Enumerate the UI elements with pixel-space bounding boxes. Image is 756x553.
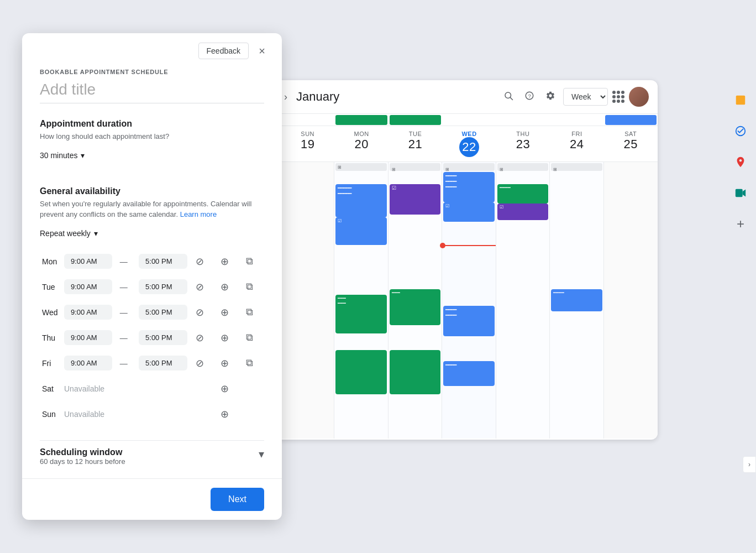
learn-more-link[interactable]: Learn more: [180, 210, 217, 218]
repeat-select-button[interactable]: Repeat weekly ▾: [40, 229, 98, 238]
copy-thu-button[interactable]: ⧉: [242, 330, 258, 346]
day-header-sun: SUN 19: [281, 126, 334, 161]
event-fri-1[interactable]: ━━━━: [551, 289, 602, 311]
right-sidebar: +: [725, 80, 756, 440]
event-tue-1[interactable]: ☑: [390, 184, 440, 215]
help-button[interactable]: ?: [521, 87, 538, 107]
add-slot-mon-button[interactable]: ⊕: [217, 253, 233, 270]
event-mon-1[interactable]: ━━━━━ ━━━━━: [335, 184, 386, 217]
repeat-value: Repeat weekly: [40, 229, 91, 238]
sidebar-maps-icon[interactable]: [729, 151, 752, 173]
all-day-bar: [254, 114, 658, 126]
search-button[interactable]: [500, 87, 517, 107]
sidebar-add-icon[interactable]: +: [729, 213, 752, 235]
day-header-wed: WED 22: [442, 126, 496, 161]
svg-text:?: ?: [528, 92, 531, 98]
day-col-sat[interactable]: [604, 162, 658, 439]
day-label-tue: Tue: [40, 274, 62, 300]
close-button[interactable]: ×: [253, 42, 271, 60]
all-day-event-tue[interactable]: [390, 115, 441, 125]
add-slot-tue-button[interactable]: ⊕: [217, 279, 233, 295]
availability-desc: Set when you're regularly available for …: [40, 199, 264, 220]
start-time-thu[interactable]: 9:00 AM: [64, 330, 112, 345]
add-slot-fri-button[interactable]: ⊕: [217, 355, 233, 372]
day-label-wed: Wed: [40, 300, 62, 325]
sidebar-meet-icon[interactable]: [729, 182, 752, 204]
unavailable-thu-button[interactable]: ⊘: [192, 330, 208, 346]
event-thu-1[interactable]: ━━━━: [497, 184, 548, 204]
svg-rect-6: [736, 189, 743, 197]
event-mon-2[interactable]: ☑: [335, 217, 386, 245]
end-time-tue[interactable]: 5:00 PM: [139, 279, 187, 294]
event-tue-2[interactable]: ━━━: [390, 289, 440, 325]
copy-fri-button[interactable]: ⧉: [242, 355, 258, 372]
event-thu-2[interactable]: ☑: [497, 204, 548, 220]
scheduling-window-chevron[interactable]: ▾: [259, 447, 264, 461]
apps-grid-icon[interactable]: [612, 91, 624, 103]
end-time-thu[interactable]: 5:00 PM: [139, 330, 187, 345]
unavailable-mon-button[interactable]: ⊘: [192, 253, 208, 270]
unavailable-fri-button[interactable]: ⊘: [192, 355, 208, 372]
copy-mon-button[interactable]: ⧉: [242, 253, 258, 270]
start-time-wed[interactable]: 9:00 AM: [64, 305, 112, 320]
next-button[interactable]: Next: [211, 488, 264, 511]
event-mon-3[interactable]: ━━━ ━━━: [335, 295, 386, 333]
end-time-wed[interactable]: 5:00 PM: [139, 305, 187, 320]
start-time-mon[interactable]: 9:00 AM: [64, 254, 112, 269]
user-avatar[interactable]: [629, 87, 649, 107]
sat-unavailable-label: Unavailable: [64, 384, 104, 393]
end-time-fri[interactable]: 5:00 PM: [139, 356, 187, 371]
days-header: SUN 19 MON 20 TUE 21 WED 22 THU 23 FRI 2…: [254, 126, 658, 162]
day-col-mon[interactable]: ⊞ ━━━━━ ━━━━━ ☑ ━━━ ━━━: [334, 162, 388, 439]
title-input[interactable]: [40, 79, 264, 103]
feedback-button[interactable]: Feedback: [198, 43, 249, 59]
all-day-event-sat[interactable]: [605, 115, 657, 125]
availability-row-sat: Sat Unavailable ⊕: [40, 376, 264, 401]
all-day-event-mon[interactable]: [335, 115, 387, 125]
sidebar-tasks-icon[interactable]: [729, 89, 752, 111]
day-header-sat: SAT 25: [604, 126, 658, 161]
event-mon-4[interactable]: [335, 350, 386, 394]
event-wed-3[interactable]: ━━━━ ━━━━: [443, 306, 494, 336]
day-label-sun: Sun: [40, 401, 62, 427]
sidebar-todo-icon[interactable]: [729, 120, 752, 142]
booking-indicator-thu: ⊞: [497, 163, 548, 171]
day-col-fri[interactable]: ⊞ ━━━━: [550, 162, 603, 439]
event-wed-2[interactable]: ☑: [443, 202, 494, 222]
unavailable-tue-button[interactable]: ⊘: [192, 279, 208, 295]
add-slot-sat-button[interactable]: ⊕: [217, 380, 233, 397]
section-label: BOOKABLE APPOINTMENT SCHEDULE: [40, 69, 264, 75]
add-slot-sun-button[interactable]: ⊕: [217, 406, 233, 422]
duration-chevron-icon: ▾: [81, 151, 85, 160]
availability-table: Mon 9:00 AM — 5:00 PM ⊘ ⊕ ⧉ Tue 9:00 AM …: [40, 249, 264, 427]
expand-button[interactable]: ›: [743, 456, 756, 473]
duration-select-button[interactable]: 30 minutes ▾: [40, 151, 85, 160]
unavailable-wed-button[interactable]: ⊘: [192, 304, 208, 321]
day-col-sun[interactable]: [281, 162, 334, 439]
view-select[interactable]: Week Day Month: [563, 88, 608, 106]
scheduling-window-desc: 60 days to 12 hours before: [40, 457, 125, 466]
availability-title: General availability: [40, 186, 264, 196]
modal-footer: Next: [22, 478, 282, 520]
day-col-thu[interactable]: ⊞ ━━━━ ☑: [496, 162, 550, 439]
settings-button[interactable]: [542, 87, 559, 107]
event-wed-4[interactable]: ━━━━: [443, 361, 494, 386]
end-time-mon[interactable]: 5:00 PM: [139, 254, 187, 269]
day-col-wed[interactable]: ⊞ ━━━━ ━━━━ ━━━━ ☑ ━━━━ ━━━━ ━━━━: [442, 162, 496, 439]
event-tue-3[interactable]: [390, 350, 440, 394]
copy-wed-button[interactable]: ⧉: [242, 304, 258, 321]
calendar-toolbar: ? Week Day Month: [500, 87, 649, 107]
availability-row-tue: Tue 9:00 AM — 5:00 PM ⊘ ⊕ ⧉: [40, 274, 264, 300]
day-label-fri: Fri: [40, 351, 62, 376]
add-slot-thu-button[interactable]: ⊕: [217, 330, 233, 346]
day-header-fri: FRI 24: [550, 126, 603, 161]
day-label-sat: Sat: [40, 376, 62, 401]
add-slot-wed-button[interactable]: ⊕: [217, 304, 233, 321]
start-time-fri[interactable]: 9:00 AM: [64, 356, 112, 371]
event-wed-1[interactable]: ━━━━ ━━━━ ━━━━: [443, 172, 494, 202]
start-time-tue[interactable]: 9:00 AM: [64, 279, 112, 294]
duration-desc: How long should each appointment last?: [40, 131, 264, 142]
day-col-tue[interactable]: ⊞ ☑ ━━━: [389, 162, 442, 439]
copy-tue-button[interactable]: ⧉: [242, 279, 258, 295]
duration-value: 30 minutes: [40, 151, 77, 160]
